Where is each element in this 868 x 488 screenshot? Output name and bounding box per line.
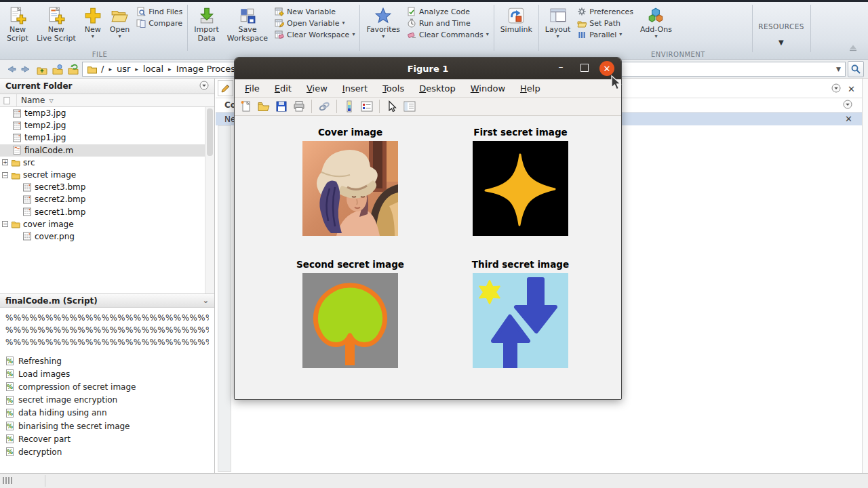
menu-help[interactable]: Help: [513, 83, 548, 94]
save-button[interactable]: [274, 99, 289, 114]
menu-insert[interactable]: Insert: [335, 83, 375, 94]
section-label: binarising the secret image: [18, 422, 130, 431]
new-variable-button[interactable]: New Variable: [275, 7, 355, 16]
tree-row[interactable]: −secret image: [0, 169, 205, 181]
find-files-button[interactable]: Find Files: [136, 7, 182, 16]
print-button[interactable]: [292, 99, 307, 114]
browse-cloud-button[interactable]: [51, 62, 64, 76]
menu-edit[interactable]: Edit: [267, 83, 299, 94]
tree-row[interactable]: secret2.bmp: [0, 193, 205, 205]
tree-row[interactable]: temp3.jpg: [0, 107, 205, 119]
favorites-button[interactable]: Favorites▾: [362, 5, 404, 51]
editor-tab-button[interactable]: [218, 80, 233, 96]
figure-titlebar[interactable]: Figure 1 – ✕: [235, 58, 621, 79]
tree-row[interactable]: finalCode.m: [0, 144, 205, 157]
editor-menu-button[interactable]: [831, 83, 841, 96]
resources-label: RESOURCES: [754, 22, 808, 30]
menu-file[interactable]: File: [237, 83, 267, 94]
resources-section[interactable]: RESOURCES ▼: [754, 5, 808, 52]
expander-minus-icon[interactable]: −: [2, 172, 8, 178]
new-variable-icon: [275, 7, 284, 16]
minimized-editor-strip[interactable]: [218, 125, 231, 472]
edit-plot-button[interactable]: [384, 99, 399, 114]
menu-tools[interactable]: Tools: [375, 83, 412, 94]
statusbar-divider: [45, 475, 45, 487]
breadcrumb-item[interactable]: usr: [117, 64, 130, 74]
import-data-button[interactable]: ImportData: [190, 5, 223, 51]
set-path-button[interactable]: Set Path: [577, 18, 633, 28]
up-folder-button[interactable]: [35, 62, 49, 76]
new-doc-button[interactable]: [239, 99, 254, 114]
search-button[interactable]: [848, 61, 864, 77]
tree-row[interactable]: secret3.bmp: [0, 181, 205, 193]
collapse-toolstrip-button[interactable]: [848, 43, 859, 54]
name-column-header[interactable]: Name ▽: [0, 94, 214, 107]
dropdown-arrow-icon: ▾: [486, 32, 489, 37]
percent-icon: %: [5, 396, 14, 405]
run-and-time-button[interactable]: Run and Time: [407, 18, 489, 28]
tree-row[interactable]: −cover image: [0, 218, 205, 230]
run-and-time-label: Run and Time: [419, 19, 471, 28]
maximize-button[interactable]: [580, 64, 589, 72]
simulink-button[interactable]: Simulink: [496, 5, 536, 51]
new-button[interactable]: New▾: [80, 5, 106, 51]
column-divider: [16, 94, 17, 106]
menu-view[interactable]: View: [299, 83, 335, 94]
layout-button[interactable]: Layout▾: [541, 5, 574, 51]
compare-button[interactable]: Compare: [136, 18, 182, 28]
command-window-menu-button[interactable]: [843, 100, 852, 111]
tree-row[interactable]: secret1.bmp: [0, 206, 205, 218]
open-button[interactable]: Open▾: [106, 5, 134, 51]
menu-window[interactable]: Window: [463, 83, 513, 94]
panel-menu-button[interactable]: [199, 81, 209, 92]
close-button[interactable]: ✕: [599, 61, 614, 76]
comment-line: %%%%%%%%%%%%%%%%%%%%%%%%%%%%%%%: [5, 312, 209, 324]
expander-plus-icon[interactable]: +: [2, 159, 8, 165]
dropdown-arrow-icon: ▾: [342, 20, 344, 26]
section-label: secret image encryption: [18, 395, 117, 405]
new-live-script-button[interactable]: NewLive Script: [33, 5, 80, 51]
collapse-icon: [848, 43, 859, 54]
add-ons-button[interactable]: Add-Ons▾: [636, 5, 676, 51]
forward-button[interactable]: [20, 62, 33, 76]
tree-row[interactable]: temp2.jpg: [0, 119, 205, 131]
close-editor-button[interactable]: ✕: [848, 85, 855, 94]
tree-scrollbar[interactable]: [205, 107, 214, 296]
minimize-button[interactable]: –: [555, 62, 567, 74]
run-time-icon: [407, 18, 416, 28]
section-label: data hiding using ann: [18, 408, 107, 418]
open-variable-button[interactable]: Open Variable▾: [275, 18, 355, 28]
link-plot-button[interactable]: [317, 99, 332, 114]
collapse-details-icon[interactable]: ⌄: [203, 296, 209, 305]
clear-workspace-button[interactable]: Clear Workspace▾: [275, 30, 355, 39]
close-banner-button[interactable]: ✕: [845, 114, 852, 124]
script-section-item: %secret image encryption: [5, 394, 209, 407]
property-editor-button[interactable]: [402, 99, 417, 114]
open-folder-button[interactable]: [256, 99, 271, 114]
preferences-button[interactable]: Preferences: [577, 7, 633, 16]
expander-minus-icon[interactable]: −: [2, 221, 8, 227]
menu-desktop[interactable]: Desktop: [412, 83, 463, 94]
parallel-button[interactable]: Parallel▾: [577, 30, 633, 39]
back-button[interactable]: [4, 62, 18, 76]
breadcrumb-item[interactable]: local: [143, 64, 163, 74]
section-label-environment: ENVIRONMENT: [651, 51, 705, 58]
tree-row[interactable]: temp1.jpg: [0, 131, 205, 144]
details-header[interactable]: finalCode.m (Script) ⌄: [0, 293, 214, 308]
refresh-folder-button[interactable]: [66, 62, 80, 76]
path-dropdown-arrow-icon[interactable]: ▼: [836, 66, 841, 73]
percent-icon: %: [5, 382, 14, 391]
insert-colorbar-button[interactable]: [342, 99, 357, 114]
save-workspace-label: Workspace: [227, 34, 268, 43]
breadcrumb-item[interactable]: /: [101, 64, 104, 74]
tree-row[interactable]: +src: [0, 157, 205, 169]
import-data-icon: [198, 6, 216, 25]
tree-row[interactable]: cover.png: [0, 230, 205, 243]
insert-legend-button[interactable]: [359, 99, 374, 114]
clear-commands-button[interactable]: Clear Commands▾: [407, 30, 489, 39]
analyze-code-button[interactable]: Analyze Code: [407, 7, 489, 16]
new-script-button[interactable]: NewScript: [3, 5, 33, 51]
breadcrumb-item[interactable]: Image Proces: [176, 64, 235, 74]
save-workspace-button[interactable]: SaveWorkspace: [223, 5, 272, 51]
new-script-label: Script: [7, 34, 28, 43]
